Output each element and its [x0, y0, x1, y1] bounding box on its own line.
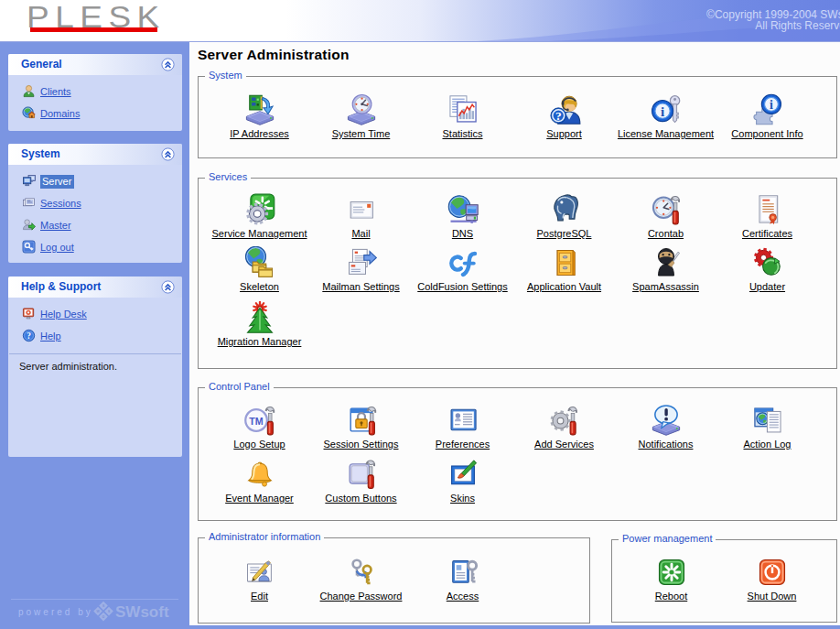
svg-text:?: ? — [27, 331, 31, 341]
svg-text:TM: TM — [249, 416, 264, 427]
svg-text:i: i — [660, 103, 663, 119]
svg-text:?: ? — [555, 109, 561, 123]
svg-text:i: i — [769, 97, 772, 112]
